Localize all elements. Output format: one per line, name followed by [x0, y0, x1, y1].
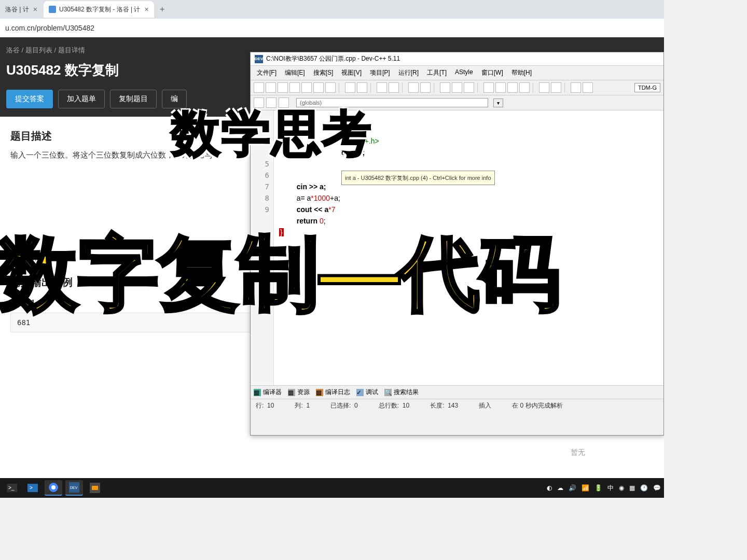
undo-icon[interactable]: [345, 82, 355, 93]
close-icon[interactable]: ×: [33, 5, 37, 13]
tray-battery-icon[interactable]: 🔋: [594, 484, 602, 492]
check-icon[interactable]: [539, 82, 549, 93]
menu-run[interactable]: 运行[R]: [395, 67, 422, 78]
close-icon[interactable]: ×: [144, 5, 148, 13]
devcpp-menubar: 文件[F] 编辑[E] 搜索[S] 视图[V] 项目[P] 运行[R] 工具[T…: [251, 66, 663, 80]
compiler-select[interactable]: TDM-G: [634, 83, 660, 92]
options2-icon[interactable]: [519, 82, 530, 93]
code-line: cout << a*7: [297, 205, 336, 214]
tray-nvidia-icon[interactable]: ◉: [619, 484, 624, 492]
status-row: 行: 10: [256, 401, 274, 410]
chevron-down-icon[interactable]: ▾: [493, 99, 503, 107]
menu-edit[interactable]: 编辑[E]: [282, 67, 308, 78]
menu-help[interactable]: 帮助[H]: [508, 67, 535, 78]
separator: [564, 82, 568, 93]
profile-icon[interactable]: [464, 82, 474, 93]
chrome-icon[interactable]: [45, 480, 62, 496]
tray-icon-2[interactable]: ☁: [557, 484, 563, 492]
svg-text:>: >: [30, 485, 33, 491]
tab-compile-log[interactable]: ▦编译日志: [316, 388, 350, 397]
add-list-button[interactable]: 加入题单: [58, 90, 105, 108]
status-col: 列: 1: [295, 401, 310, 410]
menu-file[interactable]: 文件[F]: [254, 67, 280, 78]
tab-2[interactable]: U305482 数字复制 - 洛谷 | 计 ×: [44, 1, 154, 18]
close-file-icon[interactable]: [313, 82, 324, 93]
status-ins: 插入: [479, 401, 491, 410]
bottom-tabs: ▦编译器 ▦资源 ▦编译日志 ✓调试 🔍搜索结果: [251, 385, 663, 399]
svg-text:DEV: DEV: [70, 486, 78, 489]
tab-search-results[interactable]: 🔍搜索结果: [384, 388, 419, 397]
redo-icon[interactable]: [357, 82, 367, 93]
devcpp-title-text: C:\NOI教学\B3657 公园门票.cpp - Dev-C++ 5.11: [266, 54, 400, 63]
find-icon[interactable]: [377, 82, 387, 93]
tab-compiler[interactable]: ▦编译器: [254, 388, 282, 397]
tray-volume-icon[interactable]: 🔊: [569, 484, 576, 492]
separator: [533, 82, 536, 93]
menu-window[interactable]: 窗口[W]: [478, 67, 506, 78]
new-tab-button[interactable]: +: [155, 2, 170, 17]
menu-project[interactable]: 项目[P]: [367, 67, 393, 78]
menu-search[interactable]: 搜索[S]: [310, 67, 337, 78]
print-icon[interactable]: [325, 82, 336, 93]
tray-wifi-icon[interactable]: 📶: [582, 484, 589, 492]
options1-icon[interactable]: [507, 82, 518, 93]
address-bar: u.com.cn/problem/U305482: [0, 19, 664, 37]
overlay-small-text: 暂无: [571, 448, 585, 457]
svg-rect-9: [92, 486, 98, 490]
devcpp-taskbar-icon[interactable]: DEV: [65, 480, 83, 496]
code-line: cin >> a;: [297, 183, 326, 191]
replace-icon[interactable]: [389, 82, 399, 93]
devcpp-toolbar: TDM-G: [251, 80, 663, 95]
run-icon[interactable]: [420, 82, 431, 93]
debug-icon[interactable]: [452, 82, 462, 93]
tray-ime-icon[interactable]: 中: [607, 484, 614, 493]
sublime-icon[interactable]: [86, 480, 104, 496]
menu-tools[interactable]: 工具[T]: [424, 67, 450, 78]
taskbar: >_ > DEV ◐ ☁ 🔊 📶 🔋 中 ◉ ▦ 🕐 💬: [0, 478, 664, 498]
rebuild-icon[interactable]: [495, 82, 506, 93]
save-all-icon[interactable]: [289, 82, 300, 93]
status-len: 长度: 143: [430, 401, 458, 410]
submit-button[interactable]: 提交答案: [6, 90, 53, 108]
intellisense-tooltip: int a - U305482 数字复制.cpp (4) - Ctrl+Clic…: [341, 171, 495, 185]
abort-icon[interactable]: [440, 82, 450, 93]
save-icon[interactable]: [278, 82, 288, 93]
separator: [370, 82, 374, 93]
menu-view[interactable]: 视图[V]: [338, 67, 365, 78]
open-file-icon[interactable]: [266, 82, 276, 93]
tab-2-label: U305482 数字复制 - 洛谷 | 计: [59, 5, 141, 14]
stats-icon[interactable]: [571, 82, 581, 93]
tray-shortcut-icon[interactable]: ▦: [629, 484, 635, 492]
save-as-icon[interactable]: [301, 82, 312, 93]
tray-icon-1[interactable]: ◐: [547, 484, 552, 492]
system-tray: ◐ ☁ 🔊 📶 🔋 中 ◉ ▦ 🕐 💬: [547, 484, 661, 493]
code-line: a= a*1000+a;: [297, 194, 340, 202]
status-sel: 已选择: 0: [330, 401, 358, 410]
separator: [402, 82, 405, 93]
url-text[interactable]: u.com.cn/problem/U305482: [5, 24, 94, 32]
compile-icon[interactable]: [408, 82, 419, 93]
overlay-title-2: 数字复制—代码: [0, 220, 560, 329]
tab-debug[interactable]: ✓调试: [356, 388, 378, 397]
separator: [477, 82, 480, 93]
site-icon: [49, 6, 56, 13]
class-browser-icon[interactable]: [551, 82, 561, 93]
powershell-icon[interactable]: >: [24, 480, 42, 496]
tray-clock-icon[interactable]: 🕐: [640, 484, 648, 492]
tab-1-label: 洛谷 | 计: [5, 5, 29, 14]
svg-text:>_: >_: [8, 485, 15, 491]
status-bar: 行: 10 列: 1 已选择: 0 总行数: 10 长度: 143 插入 在 0…: [251, 399, 663, 412]
copy-problem-button[interactable]: 复制题目: [110, 90, 157, 108]
overlay-title-1: 数学思考: [171, 101, 372, 167]
browser-tabs: 洛谷 | 计 × U305482 数字复制 - 洛谷 | 计 × +: [0, 0, 664, 19]
terminal-icon[interactable]: >_: [3, 480, 21, 496]
devcpp-app-icon: DEV: [255, 55, 263, 63]
compile-run-icon[interactable]: [483, 82, 494, 93]
menu-astyle[interactable]: AStyle: [452, 67, 476, 78]
tab-1[interactable]: 洛谷 | 计 ×: [0, 1, 43, 18]
tab-resources[interactable]: ▦资源: [288, 388, 310, 397]
devcpp-titlebar[interactable]: DEV C:\NOI教学\B3657 公园门票.cpp - Dev-C++ 5.…: [251, 52, 663, 66]
goto-icon[interactable]: [583, 82, 593, 93]
new-file-icon[interactable]: [254, 82, 264, 93]
tray-notification-icon[interactable]: 💬: [653, 484, 661, 492]
